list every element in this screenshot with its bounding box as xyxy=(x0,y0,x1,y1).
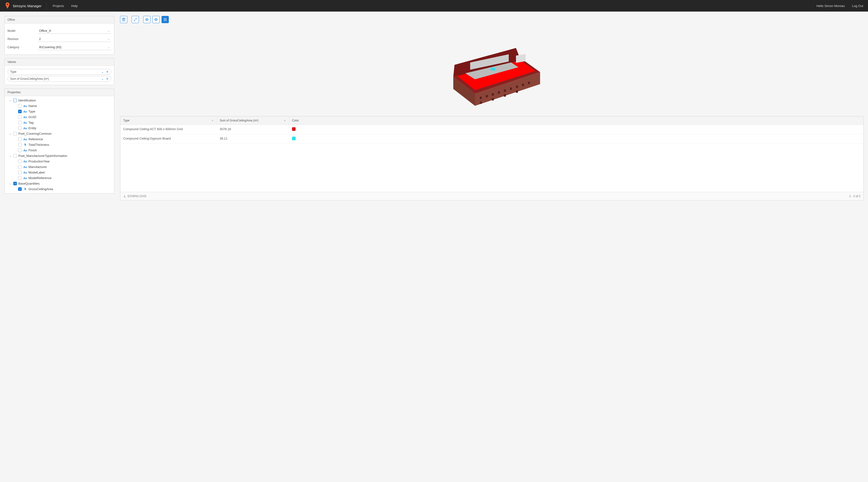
property-item[interactable]: Aa Finish xyxy=(5,148,114,153)
filter-icon[interactable]: ▼ xyxy=(283,119,286,122)
text-icon: Aa xyxy=(23,160,27,163)
text-icon: Aa xyxy=(23,166,27,168)
caret-icon[interactable]: ⌄ xyxy=(8,182,12,185)
checkbox[interactable] xyxy=(18,104,22,108)
category-label: Category xyxy=(7,45,35,49)
caret-icon[interactable]: ⌄ xyxy=(8,99,12,102)
checkbox[interactable]: − xyxy=(13,99,17,102)
property-group[interactable]: ⌄ Pset_ManufacturerTypeInformation xyxy=(5,153,114,159)
th-type[interactable]: Type ▼ xyxy=(120,117,217,125)
navbar: bimsync Manager Projects Help Hello Simo… xyxy=(0,0,868,11)
download-button[interactable]: DOWNLOAD xyxy=(123,194,147,198)
checkbox[interactable] xyxy=(13,132,17,135)
checkbox[interactable] xyxy=(18,165,22,169)
svg-rect-23 xyxy=(528,82,530,84)
property-label: Finish xyxy=(28,149,37,152)
property-group[interactable]: ⌄ Pset_CoveringCommon xyxy=(5,131,114,136)
svg-rect-16 xyxy=(486,95,488,97)
nav-projects[interactable]: Projects xyxy=(53,4,64,8)
property-item[interactable]: ✓ Aa Type xyxy=(5,109,114,114)
app-title: bimsync Manager xyxy=(13,4,41,8)
cell-color xyxy=(289,134,863,143)
group-label: Identification xyxy=(18,99,36,102)
caret-icon[interactable]: ⌄ xyxy=(8,132,12,135)
checkbox[interactable]: ✓ xyxy=(13,182,17,185)
3d-viewport[interactable] xyxy=(120,25,864,114)
property-item[interactable]: Aa Tag xyxy=(5,120,114,125)
property-item[interactable]: Aa Name xyxy=(5,103,114,109)
chevron-down-icon[interactable]: ⌄ xyxy=(101,70,104,73)
checkbox[interactable] xyxy=(18,143,22,147)
checkbox[interactable] xyxy=(18,160,22,163)
property-item[interactable]: Aa Manufacturer xyxy=(5,164,114,170)
cell-sum: 38.11 xyxy=(217,134,289,143)
checkbox[interactable] xyxy=(18,115,22,119)
expand-button[interactable] xyxy=(132,16,139,23)
checkbox[interactable]: ✓ xyxy=(18,110,22,113)
pill-label: Type xyxy=(10,70,101,73)
chevron-down-icon: ⌄ xyxy=(107,45,110,49)
value-pill[interactable]: Sum of GrossCeilingArea (m²) ⌄ ✕ xyxy=(7,76,111,82)
eye-button-2[interactable] xyxy=(152,16,160,23)
category-value: IfcCovering (83) xyxy=(39,45,61,49)
list-button[interactable] xyxy=(161,16,169,23)
property-group[interactable]: ⌄ − Identification xyxy=(5,98,114,103)
revision-select[interactable]: 2 ⌄ xyxy=(38,36,111,42)
group-label: Pset_CoveringCommon xyxy=(18,132,52,135)
text-icon: Aa xyxy=(23,116,27,119)
property-label: Name xyxy=(28,104,37,108)
eye-button-1[interactable] xyxy=(143,16,151,23)
cell-type: Compound Ceiling:ACT 600 x 600mm Grid xyxy=(120,125,217,134)
close-icon[interactable]: ✕ xyxy=(106,70,108,73)
pager-text: 1 - 2 of 2 xyxy=(849,194,861,198)
svg-rect-14 xyxy=(491,68,495,71)
pill-label: Sum of GrossCeilingArea (m²) xyxy=(10,77,101,81)
checkbox[interactable] xyxy=(18,126,22,130)
logout-link[interactable]: Log Out xyxy=(852,4,863,8)
property-item[interactable]: Aa Reference xyxy=(5,136,114,142)
property-item[interactable]: ✓ ⇅ GrossCeilingArea xyxy=(5,186,114,192)
table-row[interactable]: Compound Ceiling:Gypsum Board 38.11 xyxy=(120,134,863,143)
property-item[interactable]: Aa ModelReference xyxy=(5,175,114,181)
property-label: Tag xyxy=(28,121,33,124)
text-icon: Aa xyxy=(23,105,27,107)
cube-button[interactable] xyxy=(120,16,127,23)
property-item[interactable]: Aa Entity xyxy=(5,125,114,131)
caret-icon[interactable]: ⌄ xyxy=(8,155,12,157)
nav-help[interactable]: Help xyxy=(71,4,78,8)
checkbox[interactable] xyxy=(13,154,17,158)
svg-rect-21 xyxy=(516,86,518,88)
svg-rect-19 xyxy=(504,89,506,92)
property-item[interactable]: ⇅ TotalThickness xyxy=(5,142,114,148)
data-table: Type ▼ Sum of GrossCeilingArea (m²) ▼ Co… xyxy=(120,116,864,200)
property-group[interactable]: ⌄ ✓ BaseQuantities xyxy=(5,181,114,186)
svg-rect-17 xyxy=(492,93,494,96)
checkbox[interactable] xyxy=(18,149,22,152)
table-row[interactable]: Compound Ceiling:ACT 600 x 600mm Grid 30… xyxy=(120,125,863,134)
user-greeting: Hello Simon Moreau xyxy=(816,4,845,8)
cell-sum: 3078.16 xyxy=(217,125,289,134)
text-icon: Aa xyxy=(23,121,27,124)
category-select[interactable]: IfcCovering (83) ⌄ xyxy=(38,44,111,50)
checkbox[interactable] xyxy=(18,137,22,141)
chevron-down-icon[interactable]: ⌄ xyxy=(101,77,104,81)
text-icon: Aa xyxy=(23,110,27,113)
property-item[interactable]: Aa ProductionYear xyxy=(5,159,114,164)
close-icon[interactable]: ✕ xyxy=(106,77,108,81)
property-item[interactable]: Aa ModelLabel xyxy=(5,170,114,175)
model-label: Model xyxy=(7,29,35,33)
svg-point-2 xyxy=(156,19,156,20)
checkbox[interactable] xyxy=(18,171,22,174)
checkbox[interactable] xyxy=(18,176,22,180)
checkbox[interactable] xyxy=(18,121,22,124)
th-sum[interactable]: Sum of GrossCeilingArea (m²) ▼ xyxy=(217,117,289,125)
property-label: GrossCeilingArea xyxy=(28,187,53,191)
property-item[interactable]: Aa GUID xyxy=(5,114,114,120)
model-select[interactable]: Office_A ⌄ xyxy=(38,28,111,34)
value-pill[interactable]: Type ⌄ ✕ xyxy=(7,69,111,75)
checkbox[interactable]: ✓ xyxy=(18,187,22,191)
revision-label: Revision xyxy=(7,37,35,41)
property-label: Manufacturer xyxy=(28,165,47,169)
filter-icon[interactable]: ▼ xyxy=(211,119,214,122)
group-label: BaseQuantities xyxy=(18,182,39,185)
